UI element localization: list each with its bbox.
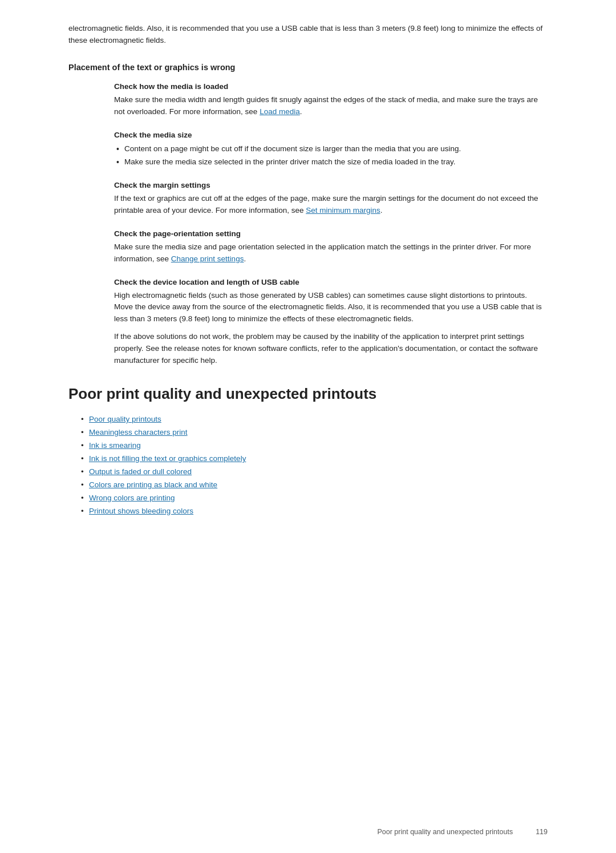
meaningless-characters-link[interactable]: Meaningless characters print <box>89 428 188 436</box>
section1-heading: Placement of the text or graphics is wro… <box>68 63 548 72</box>
media-size-bullet-list: Content on a page might be cut off if th… <box>114 143 548 168</box>
subsection-check-orientation: Check the page-orientation setting Make … <box>114 229 548 265</box>
list-item: Poor quality printouts <box>79 413 548 426</box>
subsection-check-device-location: Check the device location and length of … <box>114 278 548 367</box>
subsection-check-margin-body: If the text or graphics are cut off at t… <box>114 193 548 217</box>
subsection-check-device-location-body2: If the above solutions do not work, the … <box>114 331 548 367</box>
subsection-check-orientation-body: Make sure the media size and page orient… <box>114 241 548 265</box>
subsection-check-margin-heading: Check the margin settings <box>114 181 548 189</box>
section2-link-list: Poor quality printouts Meaningless chara… <box>79 413 548 518</box>
load-media-link[interactable]: Load media <box>260 107 300 116</box>
list-item: Ink is smearing <box>79 439 548 452</box>
subsection-check-device-location-heading: Check the device location and length of … <box>114 278 548 286</box>
page-footer: Poor print quality and unexpected printo… <box>377 828 548 836</box>
subsection-check-margin: Check the margin settings If the text or… <box>114 181 548 217</box>
list-item: Output is faded or dull colored <box>79 466 548 479</box>
subsection-check-orientation-heading: Check the page-orientation setting <box>114 229 548 238</box>
list-item: Printout shows bleeding colors <box>79 505 548 518</box>
poor-quality-printouts-link[interactable]: Poor quality printouts <box>89 415 161 423</box>
output-faded-link[interactable]: Output is faded or dull colored <box>89 467 192 476</box>
ink-smearing-link[interactable]: Ink is smearing <box>89 441 141 450</box>
bleeding-colors-link[interactable]: Printout shows bleeding colors <box>89 507 193 515</box>
subsection-check-media-loaded: Check how the media is loaded Make sure … <box>114 82 548 118</box>
list-item: Content on a page might be cut off if th… <box>114 143 548 155</box>
subsection-check-media-loaded-body: Make sure the media width and length gui… <box>114 94 548 118</box>
set-minimum-margins-link[interactable]: Set minimum margins <box>306 206 380 215</box>
section2-heading: Poor print quality and unexpected printo… <box>68 385 548 403</box>
footer-page-number: 119 <box>536 828 548 836</box>
intro-paragraph: electromagnetic fields. Also, it is reco… <box>68 23 548 47</box>
change-print-settings-link[interactable]: Change print settings <box>171 254 244 263</box>
wrong-colors-link[interactable]: Wrong colors are printing <box>89 494 175 502</box>
subsection-check-media-size-heading: Check the media size <box>114 131 548 139</box>
subsection-check-media-size: Check the media size Content on a page m… <box>114 131 548 168</box>
colors-black-white-link[interactable]: Colors are printing as black and white <box>89 480 217 489</box>
ink-not-filling-link[interactable]: Ink is not filling the text or graphics … <box>89 454 246 463</box>
list-item: Ink is not filling the text or graphics … <box>79 452 548 466</box>
list-item: Wrong colors are printing <box>79 492 548 505</box>
subsection-check-device-location-body1: High electromagnetic fields (such as tho… <box>114 290 548 326</box>
list-item: Meaningless characters print <box>79 426 548 439</box>
list-item: Make sure the media size selected in the… <box>114 156 548 168</box>
subsection-check-media-loaded-heading: Check how the media is loaded <box>114 82 548 91</box>
list-item: Colors are printing as black and white <box>79 479 548 492</box>
footer-label: Poor print quality and unexpected printo… <box>377 828 513 836</box>
